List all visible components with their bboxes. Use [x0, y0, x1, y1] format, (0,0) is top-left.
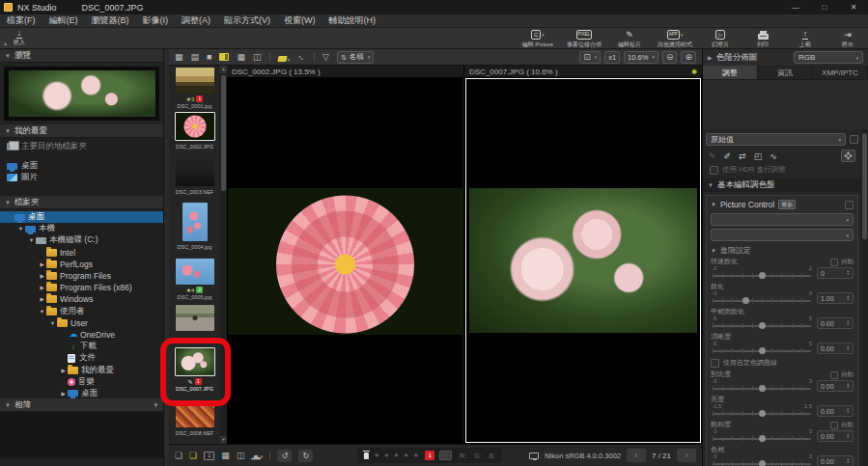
tree-item-documents[interactable]: 文件: [0, 352, 163, 364]
auto-checkbox[interactable]: [830, 371, 838, 379]
filter-icon[interactable]: [322, 52, 329, 62]
menu-window[interactable]: 視窗(W): [277, 14, 322, 27]
filmstrip-item-selected[interactable]: 1 DSC_0007.JPG: [169, 347, 220, 401]
filmstrip-item[interactable]: ★4 2 DSC_0005.jpg: [169, 259, 220, 305]
image-pane-right[interactable]: DSC_0007.JPG ( 10.6% ): [464, 66, 702, 444]
image-view-icon[interactable]: [207, 52, 211, 62]
filmstrip-item[interactable]: DSC_0008.NEF: [169, 401, 220, 444]
fullscreen-icon[interactable]: [295, 50, 308, 63]
undo-button[interactable]: ↺: [277, 450, 292, 462]
value-field[interactable]: 0.00: [817, 317, 854, 329]
menu-edit[interactable]: 編輯(E): [42, 14, 85, 27]
visibility-icon[interactable]: [691, 68, 697, 75]
zoom-percent-dropdown[interactable]: 10.6%: [624, 51, 658, 64]
image-pane-left[interactable]: DSC_0002.JPG ( 13.5% ): [227, 66, 463, 444]
multi-select-icon[interactable]: [189, 451, 197, 460]
edit-tool-icon[interactable]: [709, 151, 716, 161]
advanced-settings-header[interactable]: 進階設定: [711, 245, 854, 256]
folders-section-header[interactable]: 檔案夾: [0, 196, 163, 209]
value-field[interactable]: 0.00: [817, 405, 854, 417]
menu-browser[interactable]: 瀏覽器(B): [85, 14, 136, 27]
tree-item-program-files[interactable]: ▶ Program Files: [0, 270, 163, 282]
value-field[interactable]: 0.00: [817, 380, 854, 392]
menu-image[interactable]: 影像(I): [136, 14, 176, 27]
filmstrip-item[interactable]: DSC_0004.jpg: [169, 203, 220, 259]
redo-button[interactable]: ↻: [298, 450, 313, 462]
brush-tool-icon[interactable]: [724, 151, 732, 161]
filmstrip-item[interactable]: DSC_0003.NEF: [169, 160, 220, 203]
expand-icon[interactable]: ▶: [38, 261, 46, 267]
menu-file[interactable]: 檔案(F): [0, 14, 42, 27]
copy-adjustments-icon[interactable]: [739, 151, 746, 161]
label-filter-button[interactable]: [278, 48, 291, 66]
slider-handle[interactable]: [759, 410, 766, 417]
albums-section-header[interactable]: 相簿 +: [0, 398, 163, 412]
collapse-sidebar-icon[interactable]: ▲: [3, 41, 8, 46]
four-up-view-icon[interactable]: [221, 451, 230, 460]
favorites-section-header[interactable]: 我的最愛: [0, 124, 163, 138]
filmstrip-item[interactable]: [169, 305, 220, 347]
spinner-icon[interactable]: [847, 408, 850, 415]
value-field[interactable]: 0.00: [817, 455, 854, 466]
tree-item-intel[interactable]: Intel: [0, 247, 163, 259]
expand-icon[interactable]: ▶: [38, 296, 46, 302]
value-field[interactable]: 0.00: [817, 343, 854, 354]
zoom-in-button[interactable]: [681, 51, 696, 64]
scroll-up-icon[interactable]: [220, 66, 227, 73]
auto-checkbox[interactable]: [830, 259, 838, 266]
settings-button[interactable]: [841, 150, 855, 162]
slider-handle[interactable]: [759, 435, 766, 442]
panel-scrollbar[interactable]: [861, 129, 868, 466]
add-album-button[interactable]: +: [154, 400, 158, 410]
slider-handle[interactable]: [759, 385, 766, 392]
scroll-down-icon[interactable]: [220, 436, 227, 444]
trash-icon[interactable]: [364, 452, 369, 459]
hdr-checkbox[interactable]: [710, 166, 718, 175]
filmstrip-item[interactable]: DSC_0002.JPG: [169, 112, 220, 160]
expand-icon[interactable]: ▶: [59, 368, 68, 373]
tree-item-user[interactable]: ▼ User: [0, 317, 163, 329]
spinner-icon[interactable]: [847, 458, 850, 465]
straighten-tool-icon[interactable]: [770, 151, 777, 161]
minimize-button[interactable]: —: [781, 3, 810, 12]
tree-item-program-files-x86[interactable]: ▶ Program Files (x86): [0, 282, 163, 293]
favorite-primary-destination[interactable]: 主要目的地檔案夾: [0, 141, 163, 152]
thumbnail-grid-view-icon[interactable]: [175, 52, 183, 62]
tree-item-downloads[interactable]: 下載: [0, 341, 163, 352]
label-none-icon[interactable]: [439, 451, 452, 460]
filmstrip-item[interactable]: ★3 1 DSC_0001.jpg: [169, 68, 220, 112]
multi-view-icon[interactable]: [237, 52, 245, 62]
tree-item-desktop[interactable]: 桌面: [0, 211, 163, 223]
color-profile[interactable]: Nikon sRGB 4.0.0.3002: [545, 452, 621, 460]
picture-control-checkbox[interactable]: [845, 201, 854, 209]
tree-item-my-favorites[interactable]: ▶ 我的最愛: [0, 364, 163, 375]
preset-checkbox[interactable]: [850, 135, 858, 144]
menu-adjustments[interactable]: 調整(A): [175, 14, 217, 27]
slider-handle[interactable]: [759, 272, 766, 279]
histogram-overlay-button[interactable]: [251, 451, 263, 460]
value-field[interactable]: 0.00: [817, 430, 854, 442]
slider-handle[interactable]: [759, 460, 766, 466]
split-view-icon[interactable]: [237, 451, 245, 460]
tab-info[interactable]: 資訊: [758, 66, 813, 79]
tree-item-music[interactable]: 音樂: [0, 376, 163, 388]
spinner-icon[interactable]: [847, 320, 850, 327]
tree-item-perflogs[interactable]: ▶ PerfLogs: [0, 259, 163, 270]
previous-image-button[interactable]: ‹: [627, 449, 646, 462]
expand-icon[interactable]: ▶: [59, 391, 68, 397]
basic-palette-header[interactable]: 基本編輯調色盤: [703, 178, 861, 192]
spinner-icon[interactable]: [847, 295, 850, 302]
scrollbar-thumb[interactable]: [221, 75, 226, 191]
menu-view[interactable]: 顯示方式(V): [217, 14, 277, 27]
expand-icon[interactable]: ▼: [48, 320, 57, 326]
maximize-button[interactable]: □: [810, 3, 839, 12]
tree-item-windows[interactable]: ▶ Windows: [0, 293, 163, 305]
thumbnail-list-view-icon[interactable]: [191, 52, 200, 62]
value-field[interactable]: 0: [817, 267, 854, 279]
image-filmstrip-view-icon[interactable]: [219, 53, 229, 61]
rating-stars[interactable]: ★ ★ ★ ★ ★: [374, 452, 420, 459]
sort-dropdown[interactable]: 名稱: [337, 51, 374, 64]
expand-icon[interactable]: ▶: [38, 273, 46, 279]
filmstrip-scrollbar[interactable]: [220, 66, 227, 444]
tree-item-local-disk[interactable]: ▼ 本機磁碟 (C:): [0, 234, 163, 246]
